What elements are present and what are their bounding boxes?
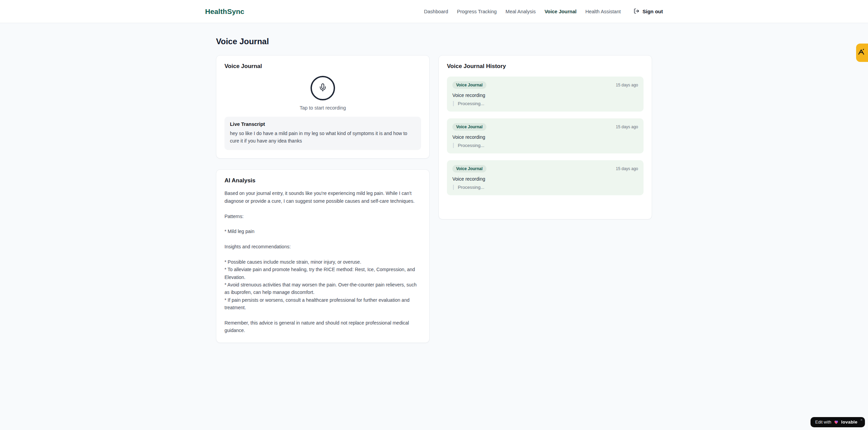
live-transcript-box: Live Transcript hey so like I do have a …	[224, 117, 421, 150]
entry-title: Voice recording	[452, 134, 638, 140]
entry-type-badge: Voice Journal	[452, 165, 486, 172]
history-entry[interactable]: Voice Journal 15 days ago Voice recordin…	[447, 118, 644, 153]
live-transcript-title: Live Transcript	[230, 121, 416, 127]
nav-item-meal-analysis[interactable]: Meal Analysis	[505, 9, 536, 14]
browser-extension-badge[interactable]	[856, 44, 868, 62]
page-title: Voice Journal	[216, 37, 652, 46]
extension-logo-icon	[857, 48, 867, 57]
log-out-icon	[634, 8, 639, 15]
entry-timestamp: 15 days ago	[616, 83, 638, 87]
history-entry[interactable]: Voice Journal 15 days ago Voice recordin…	[447, 77, 644, 112]
nav-item-progress-tracking[interactable]: Progress Tracking	[457, 9, 497, 14]
nav-item-dashboard[interactable]: Dashboard	[424, 9, 448, 14]
content-grid: Voice Journal Tap to start recording	[216, 55, 652, 343]
ai-analysis-body: Based on your journal entry, it sounds l…	[224, 189, 421, 334]
right-column: Voice Journal History Voice Journal 15 d…	[438, 55, 652, 219]
left-column: Voice Journal Tap to start recording	[216, 55, 430, 343]
sign-out-button[interactable]: Sign out	[634, 8, 663, 15]
voice-journal-history-card: Voice Journal History Voice Journal 15 d…	[438, 55, 652, 219]
entry-title: Voice recording	[452, 176, 638, 182]
ai-analysis-title: AI Analysis	[224, 177, 421, 184]
mic-area: Tap to start recording	[224, 70, 421, 111]
edit-with-lovable-badge[interactable]: Edit with lovable ×	[811, 417, 865, 427]
app-header: HealthSync Dashboard Progress Tracking M…	[0, 0, 868, 23]
lovable-brand-label: lovable	[841, 419, 857, 425]
nav-item-voice-journal[interactable]: Voice Journal	[545, 9, 577, 14]
entry-status: Processing...	[453, 185, 638, 190]
nav-item-health-assistant[interactable]: Health Assistant	[585, 9, 621, 14]
entry-type-badge: Voice Journal	[452, 81, 486, 89]
entry-type-badge: Voice Journal	[452, 123, 486, 131]
tap-to-record-label: Tap to start recording	[300, 105, 346, 111]
entry-timestamp: 15 days ago	[616, 125, 638, 129]
record-button[interactable]	[311, 76, 335, 100]
recorder-card-title: Voice Journal	[224, 63, 421, 70]
edit-with-label: Edit with	[815, 420, 831, 425]
lovable-heart-icon	[834, 419, 839, 425]
history-entry[interactable]: Voice Journal 15 days ago Voice recordin…	[447, 160, 644, 195]
entry-title: Voice recording	[452, 93, 638, 98]
entry-status: Processing...	[453, 143, 638, 148]
entry-status: Processing...	[453, 101, 638, 106]
sign-out-label: Sign out	[642, 9, 663, 14]
entry-timestamp: 15 days ago	[616, 166, 638, 171]
main-nav: Dashboard Progress Tracking Meal Analysi…	[424, 8, 663, 15]
app-logo[interactable]: HealthSync	[205, 7, 244, 16]
header-container: HealthSync Dashboard Progress Tracking M…	[205, 0, 663, 23]
close-icon[interactable]: ×	[861, 418, 863, 422]
main-content: Voice Journal Voice Journal	[216, 23, 652, 343]
microphone-icon	[318, 83, 327, 93]
ai-analysis-card: AI Analysis Based on your journal entry,…	[216, 169, 430, 343]
history-card-title: Voice Journal History	[447, 63, 644, 70]
voice-recorder-card: Voice Journal Tap to start recording	[216, 55, 430, 159]
live-transcript-text: hey so like I do have a mild pain in my …	[230, 130, 416, 145]
